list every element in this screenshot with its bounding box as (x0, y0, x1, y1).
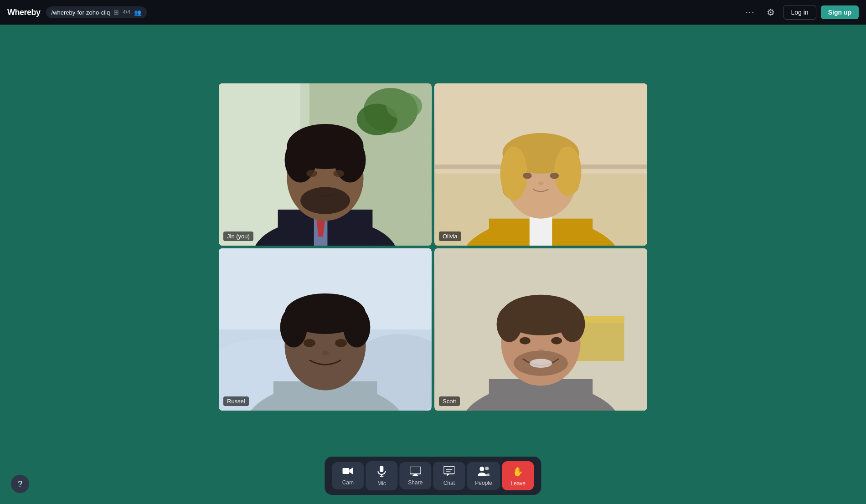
scott-portrait (434, 248, 647, 411)
help-button[interactable]: ? (11, 475, 29, 493)
svg-point-17 (300, 187, 350, 214)
svg-point-33 (538, 182, 544, 185)
leave-button[interactable]: ✋ Leave (502, 461, 534, 490)
svg-marker-65 (349, 468, 353, 474)
jin-portrait (219, 83, 432, 246)
mic-icon (377, 466, 386, 478)
svg-rect-66 (380, 466, 383, 472)
svg-point-60 (520, 337, 531, 345)
share-icon (410, 467, 421, 478)
settings-button[interactable]: ⚙ (763, 4, 779, 21)
chat-button[interactable]: Chat (433, 462, 465, 490)
svg-rect-73 (443, 466, 454, 474)
svg-point-78 (485, 467, 489, 470)
video-cell-olivia: Olivia (434, 83, 647, 246)
svg-point-57 (497, 306, 522, 342)
cam-button[interactable]: Cam (332, 462, 364, 489)
share-label: Share (408, 479, 423, 486)
svg-text:✋: ✋ (513, 466, 524, 477)
video-cell-russel: Russel (219, 248, 432, 411)
svg-point-43 (280, 307, 307, 348)
svg-point-45 (304, 339, 315, 347)
topbar-right: ⋯ ⚙ Log in Sign up (742, 4, 859, 21)
svg-point-16 (333, 170, 344, 177)
olivia-portrait (434, 83, 647, 246)
svg-point-30 (554, 146, 581, 196)
svg-point-31 (523, 173, 532, 179)
logo: Whereby (7, 8, 41, 17)
room-pill: /whereby-for-zoho-cliq ⊞ 4/4 👥 (46, 6, 147, 18)
copy-icon[interactable]: ⊞ (113, 9, 119, 16)
svg-point-58 (560, 306, 585, 342)
people-icon (478, 466, 490, 478)
svg-rect-70 (413, 474, 417, 475)
jin-label: Jin (you) (223, 231, 253, 241)
olivia-label: Olivia (439, 231, 461, 241)
russel-label: Russel (223, 396, 249, 406)
more-options-button[interactable]: ⋯ (742, 4, 758, 21)
mic-button[interactable]: Mic (366, 461, 397, 490)
mic-label: Mic (377, 480, 386, 487)
russel-portrait (219, 248, 432, 411)
scott-label: Scott (439, 396, 460, 406)
video-cell-scott: Scott (434, 248, 647, 411)
leave-icon: ✋ (513, 466, 524, 478)
signup-button[interactable]: Sign up (821, 5, 859, 19)
svg-rect-23 (530, 214, 552, 246)
video-grid: Jin (you) (0, 25, 866, 504)
svg-point-29 (500, 146, 527, 201)
chat-icon (443, 466, 454, 478)
svg-point-62 (530, 359, 552, 368)
svg-point-47 (322, 350, 329, 355)
svg-point-46 (335, 339, 347, 347)
svg-rect-69 (410, 467, 421, 474)
room-name: /whereby-for-zoho-cliq (52, 9, 110, 16)
participants-icon: 👥 (134, 9, 141, 16)
login-button[interactable]: Log in (784, 5, 816, 20)
participant-count: 4/4 (123, 9, 130, 15)
toolbar: Cam Mic Share (325, 457, 541, 495)
people-button[interactable]: People (467, 462, 500, 490)
share-button[interactable]: Share (399, 462, 431, 489)
grid-inner: Jin (you) (219, 83, 647, 411)
help-icon: ? (18, 479, 22, 489)
svg-marker-74 (447, 474, 449, 476)
svg-point-4 (386, 93, 422, 119)
video-cell-jin: Jin (you) (219, 83, 432, 246)
chat-label: Chat (443, 480, 455, 486)
leave-label: Leave (510, 480, 526, 487)
svg-rect-64 (342, 468, 349, 474)
people-label: People (475, 480, 492, 486)
topbar: Whereby /whereby-for-zoho-cliq ⊞ 4/4 👥 ⋯… (0, 0, 866, 25)
cam-icon (342, 467, 353, 478)
svg-point-44 (343, 307, 370, 348)
svg-point-32 (550, 173, 559, 179)
svg-point-61 (551, 337, 562, 345)
svg-point-63 (538, 349, 544, 354)
svg-point-15 (306, 170, 317, 177)
svg-point-77 (479, 467, 484, 471)
cam-label: Cam (342, 479, 354, 486)
